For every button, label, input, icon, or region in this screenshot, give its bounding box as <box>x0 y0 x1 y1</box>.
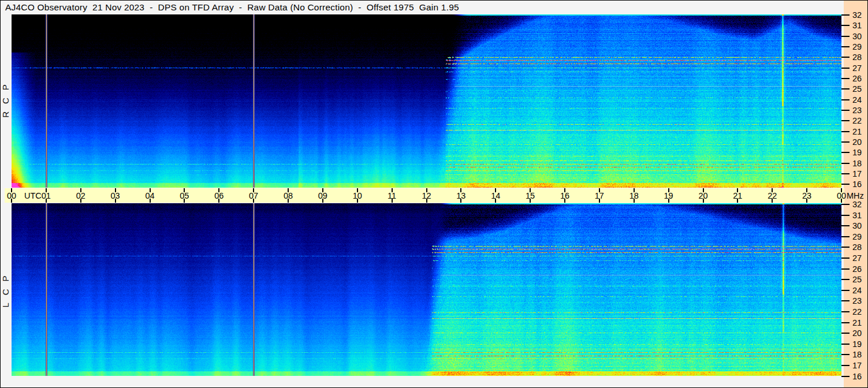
freq-label-lcp-29: 29 <box>852 232 862 241</box>
freq-label-lcp-18: 18 <box>852 350 862 359</box>
freq-label-rcp-24: 24 <box>852 95 862 104</box>
freq-tick-lcp-25 <box>841 279 850 280</box>
freq-label-rcp-20: 20 <box>852 137 862 147</box>
freq-tick-rcp-21 <box>841 131 850 132</box>
rcp-panel-label: RCP <box>1 72 11 130</box>
hour-label-05: 05 <box>180 191 189 200</box>
freq-tick-rcp-23 <box>841 110 850 111</box>
freq-tick-rcp-16 <box>841 184 850 185</box>
hour-label-00: 00 <box>7 191 16 200</box>
page-title: AJ4CO Observatory 21 Nov 2023 - DPS on T… <box>5 2 459 13</box>
freq-tick-lcp-27 <box>841 258 850 259</box>
freq-tick-lcp-28 <box>841 247 850 248</box>
lcp-panel-label: LCP <box>1 263 11 320</box>
hour-label-16: 16 <box>560 191 569 200</box>
hour-label-12: 12 <box>422 191 431 200</box>
freq-tick-rcp-31 <box>841 25 850 26</box>
mhz-unit-label: MHz <box>847 191 864 200</box>
freq-label-lcp-20: 20 <box>852 329 862 338</box>
freq-label-rcp-18: 18 <box>852 158 862 167</box>
hour-label-02: 02 <box>76 191 85 200</box>
freq-tick-lcp-22 <box>841 311 850 312</box>
freq-tick-lcp-21 <box>841 322 850 323</box>
freq-label-rcp-16: 16 <box>852 180 862 189</box>
freq-tick-lcp-26 <box>841 268 850 270</box>
hour-label-06: 06 <box>214 191 223 200</box>
freq-label-rcp-29: 29 <box>852 42 862 51</box>
hour-label-19: 19 <box>664 191 673 200</box>
freq-tick-lcp-32 <box>841 204 850 205</box>
freq-label-lcp-27: 27 <box>852 253 862 263</box>
freq-tick-lcp-19 <box>841 344 850 345</box>
freq-label-lcp-25: 25 <box>852 275 862 284</box>
freq-label-rcp-25: 25 <box>852 84 862 94</box>
freq-tick-lcp-18 <box>841 354 850 355</box>
freq-label-rcp-27: 27 <box>852 63 862 72</box>
time-axis: 0001020304050607080910111213141516171819… <box>5 188 844 203</box>
freq-label-rcp-22: 22 <box>852 116 862 125</box>
utc-unit-label: UTC <box>24 191 42 200</box>
freq-label-rcp-17: 17 <box>852 169 862 178</box>
hour-label-18: 18 <box>629 191 639 200</box>
freq-tick-rcp-18 <box>841 163 850 164</box>
freq-tick-rcp-29 <box>841 46 850 47</box>
freq-label-lcp-16: 16 <box>852 371 862 380</box>
freq-tick-rcp-32 <box>841 14 850 16</box>
hour-label-15: 15 <box>526 191 535 200</box>
lcp-spectrogram-canvas <box>12 203 841 376</box>
freq-label-rcp-31: 31 <box>852 21 862 30</box>
end-hour-label: 00 <box>837 191 846 200</box>
freq-label-lcp-32: 32 <box>852 200 862 209</box>
freq-label-rcp-30: 30 <box>852 31 862 40</box>
hour-label-21: 21 <box>733 191 742 200</box>
freq-tick-lcp-17 <box>841 365 850 366</box>
freq-tick-rcp-17 <box>841 173 850 174</box>
freq-label-lcp-17: 17 <box>852 361 862 370</box>
hour-label-08: 08 <box>284 191 293 200</box>
hour-label-22: 22 <box>768 191 777 200</box>
hour-label-20: 20 <box>698 191 707 200</box>
freq-tick-rcp-22 <box>841 120 850 121</box>
hour-label-07: 07 <box>249 191 258 200</box>
freq-tick-rcp-20 <box>841 141 850 143</box>
freq-tick-rcp-25 <box>841 88 850 89</box>
freq-tick-rcp-30 <box>841 36 850 37</box>
hour-label-23: 23 <box>802 191 811 200</box>
freq-label-rcp-21: 21 <box>852 126 862 136</box>
freq-tick-lcp-20 <box>841 333 850 334</box>
freq-label-rcp-19: 19 <box>852 148 862 157</box>
rcp-spectrogram-canvas <box>12 14 841 188</box>
freq-tick-lcp-16 <box>841 376 850 377</box>
hour-label-13: 13 <box>456 191 465 200</box>
freq-tick-lcp-30 <box>841 225 850 226</box>
freq-tick-lcp-24 <box>841 290 850 291</box>
hour-label-14: 14 <box>491 191 500 200</box>
hour-label-03: 03 <box>111 191 120 200</box>
freq-label-lcp-22: 22 <box>852 307 862 316</box>
freq-label-lcp-24: 24 <box>852 285 862 294</box>
freq-label-lcp-28: 28 <box>852 242 862 252</box>
freq-tick-rcp-27 <box>841 68 850 69</box>
freq-label-lcp-31: 31 <box>852 210 862 219</box>
freq-label-rcp-26: 26 <box>852 74 862 83</box>
hour-label-11: 11 <box>388 191 396 200</box>
freq-tick-rcp-24 <box>841 99 850 100</box>
hour-label-09: 09 <box>318 191 327 200</box>
freq-tick-rcp-19 <box>841 152 850 153</box>
freq-tick-lcp-29 <box>841 236 850 237</box>
freq-label-lcp-19: 19 <box>852 339 862 348</box>
freq-label-lcp-30: 30 <box>852 221 862 230</box>
hour-label-01: 01 <box>42 191 51 200</box>
freq-label-lcp-21: 21 <box>852 318 862 327</box>
freq-label-rcp-23: 23 <box>852 106 862 115</box>
hour-label-10: 10 <box>353 191 362 200</box>
hour-label-04: 04 <box>145 191 154 200</box>
freq-label-lcp-23: 23 <box>852 296 862 305</box>
freq-label-rcp-32: 32 <box>852 10 862 20</box>
freq-tick-rcp-28 <box>841 57 850 58</box>
freq-tick-lcp-23 <box>841 300 850 301</box>
freq-tick-lcp-31 <box>841 215 850 216</box>
freq-label-lcp-26: 26 <box>852 264 862 273</box>
freq-tick-rcp-26 <box>841 78 850 79</box>
freq-label-rcp-28: 28 <box>852 53 862 62</box>
